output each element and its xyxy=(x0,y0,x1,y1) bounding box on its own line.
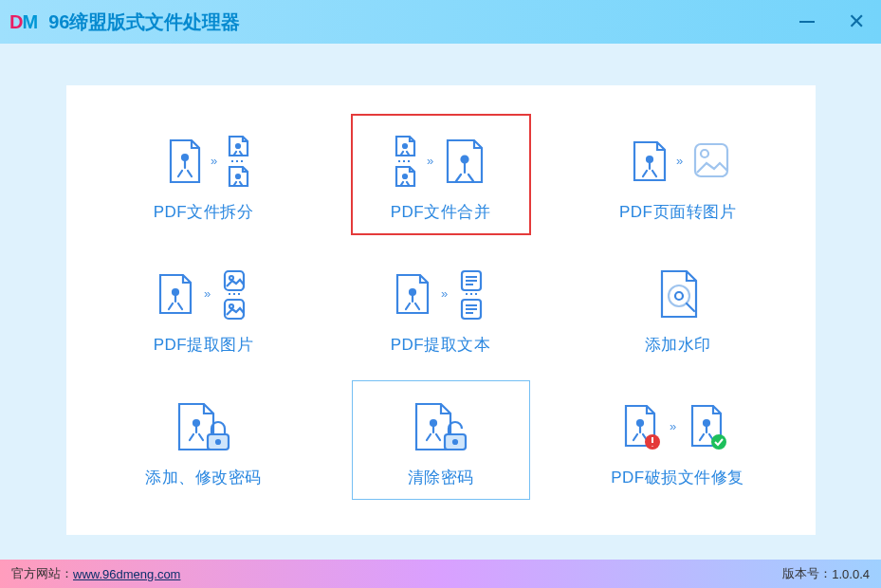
tile-label: PDF提取图片 xyxy=(154,334,254,356)
version-label: 版本号： xyxy=(782,565,832,582)
pdf-split-icon: » xyxy=(152,127,256,195)
site-link[interactable]: www.96dmeng.com xyxy=(73,567,180,581)
tile-label: PDF破损文件修复 xyxy=(611,467,744,488)
svg-text:»: » xyxy=(670,419,676,433)
title-bar: DM 96缔盟版式文件处理器 ✕ xyxy=(0,0,881,44)
svg-point-14 xyxy=(229,276,233,280)
tile-pdf-repair[interactable]: » PDF破损文件修复 xyxy=(588,379,768,501)
tile-add-password[interactable]: 添加、修改密码 xyxy=(114,379,294,501)
svg-point-10 xyxy=(701,150,708,157)
svg-point-2 xyxy=(236,175,240,178)
tile-label: 添加水印 xyxy=(645,334,711,356)
window-controls: ✕ xyxy=(782,0,881,44)
site-label: 官方网站： xyxy=(11,565,73,582)
tile-label: 添加、修改密码 xyxy=(145,467,262,488)
tile-pdf-extract-image[interactable]: » PDF提取图片 xyxy=(114,247,294,368)
watermark-icon xyxy=(645,260,711,328)
tile-pdf-split[interactable]: » PDF文件拆分 xyxy=(114,114,294,235)
add-password-icon xyxy=(166,393,242,461)
tile-pdf-merge[interactable]: » PDF文件合并 xyxy=(351,114,531,235)
pdf-extract-text-icon: » xyxy=(384,260,498,328)
pdf-repair-icon: » xyxy=(616,393,740,461)
svg-text:»: » xyxy=(441,286,448,301)
feature-panel: » PDF文件拆分 xyxy=(66,85,816,535)
pdf-page-to-image-icon: » xyxy=(621,127,735,195)
svg-point-6 xyxy=(461,156,468,162)
minimize-button[interactable] xyxy=(782,0,832,44)
workspace: » PDF文件拆分 xyxy=(0,44,881,560)
svg-rect-9 xyxy=(695,144,727,176)
tile-label: PDF提取文本 xyxy=(391,334,491,356)
svg-point-23 xyxy=(675,292,683,300)
tile-pdf-page-to-image[interactable]: » PDF页面转图片 xyxy=(588,114,768,235)
tile-pdf-extract-text[interactable]: » PDF提取文本 xyxy=(351,247,531,368)
svg-point-1 xyxy=(236,144,240,148)
tile-clear-password[interactable]: 清除密码 xyxy=(352,380,530,500)
svg-text:»: » xyxy=(427,154,433,168)
tile-add-watermark[interactable]: 添加水印 xyxy=(588,247,768,368)
svg-point-26 xyxy=(216,440,220,444)
status-bar: 官方网站： www.96dmeng.com 版本号： 1.0.0.4 xyxy=(0,560,881,588)
svg-point-5 xyxy=(403,175,407,178)
close-button[interactable]: ✕ xyxy=(832,0,881,44)
clear-password-icon xyxy=(403,393,479,461)
svg-point-29 xyxy=(453,440,457,444)
tile-label: PDF文件拆分 xyxy=(154,201,254,223)
version-value: 1.0.0.4 xyxy=(832,567,870,581)
svg-point-16 xyxy=(229,304,233,308)
svg-point-4 xyxy=(403,144,407,148)
svg-text:»: » xyxy=(676,154,683,168)
svg-text:»: » xyxy=(204,286,211,301)
pdf-extract-image-icon: » xyxy=(147,260,261,328)
svg-point-33 xyxy=(711,434,726,450)
app-title: 96缔盟版式文件处理器 xyxy=(48,9,240,35)
app-logo: DM xyxy=(9,11,37,33)
pdf-merge-icon: » xyxy=(389,127,493,195)
svg-text:»: » xyxy=(211,154,217,168)
tile-label: 清除密码 xyxy=(408,467,474,488)
tile-label: PDF页面转图片 xyxy=(619,201,736,223)
tile-label: PDF文件合并 xyxy=(391,201,491,223)
